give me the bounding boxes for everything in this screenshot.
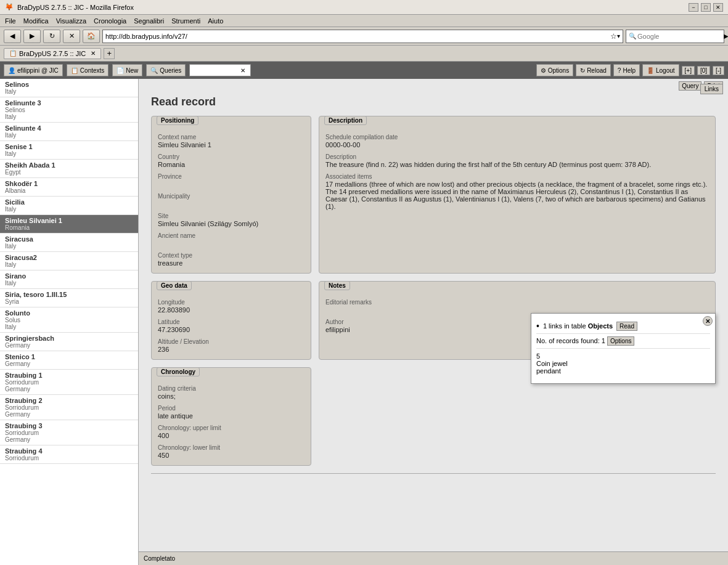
options-icon: ⚙ bbox=[541, 67, 546, 74]
content-divider bbox=[151, 473, 716, 474]
app-tab-label: BraDypUS 2.7.5 :: JIC bbox=[19, 50, 86, 57]
stop-button[interactable]: ✕ bbox=[63, 30, 80, 43]
content-topbar: Query Print bbox=[139, 79, 728, 93]
url-input[interactable] bbox=[105, 33, 610, 40]
description-title: Description bbox=[324, 116, 367, 125]
maximize-button[interactable]: □ bbox=[701, 3, 711, 12]
browser-titlebar: 🦊 BraDypUS 2.7.5 :: JIC - Mozilla Firefo… bbox=[0, 0, 728, 15]
queries-icon: 🔍 bbox=[150, 67, 158, 74]
forward-button[interactable]: ▶ bbox=[23, 30, 41, 43]
upper-limit-label: Chronology: upper limit bbox=[158, 425, 305, 431]
sidebar-item[interactable]: Siria, tesoro 1.III.15 Syria bbox=[0, 289, 138, 307]
contexts-button[interactable]: 📋 Contexts bbox=[67, 64, 108, 76]
description-value: The treasure (find n. 22) was hidden dur… bbox=[325, 161, 709, 168]
back-button[interactable]: ◀ bbox=[4, 30, 21, 43]
options-label: Options bbox=[548, 67, 569, 74]
nav-arrow[interactable]: [-] bbox=[713, 66, 724, 75]
sidebar-item[interactable]: Springiersbach Germany bbox=[0, 333, 138, 351]
sidebar-item[interactable]: Solunto SolusItaly bbox=[0, 307, 138, 333]
app-tab[interactable]: 📋 BraDypUS 2.7.5 :: JIC ✕ bbox=[4, 48, 101, 59]
longitude-label: Longitude bbox=[158, 299, 305, 306]
links-button[interactable]: Links bbox=[700, 84, 723, 94]
sidebar-item[interactable]: Straubing 3 SorriodurumGermany bbox=[0, 420, 138, 445]
search-input[interactable] bbox=[637, 33, 722, 40]
app-tabbar: 📋 BraDypUS 2.7.5 :: JIC ✕ + bbox=[0, 46, 728, 62]
sidebar-item[interactable]: Stenico 1 Germany bbox=[0, 351, 138, 370]
menu-visualizza[interactable]: Visualizza bbox=[56, 17, 86, 25]
country-label: Country bbox=[158, 153, 305, 160]
sidebar-item[interactable]: Shkodër 1 Albania bbox=[0, 178, 138, 197]
home-button[interactable]: 🏠 bbox=[83, 30, 100, 43]
sidebar: Selinos Italy Selinunte 3 SelinosItaly S… bbox=[0, 79, 139, 565]
altitude-label: Altitude / Elevation bbox=[158, 338, 305, 345]
search-bar[interactable]: 🔍 ▶ bbox=[626, 30, 724, 43]
sidebar-item[interactable]: Sirano Italy bbox=[0, 270, 138, 289]
province-value bbox=[158, 181, 305, 188]
queries-button[interactable]: 🔍 Queries bbox=[146, 64, 186, 76]
ancient-name-label: Ancient name bbox=[158, 232, 305, 239]
popup-found: No. of records found: 1 Options bbox=[536, 334, 710, 349]
sidebar-item[interactable]: Straubing 1 SorriodurumGermany bbox=[0, 370, 138, 395]
search-engine-icon: 🔍 bbox=[629, 33, 636, 39]
query-button[interactable]: Query bbox=[679, 81, 701, 91]
context-type-label: Context type bbox=[158, 252, 305, 259]
menu-strumenti[interactable]: Strumenti bbox=[171, 17, 200, 25]
description-label: Description bbox=[325, 153, 709, 160]
user-button[interactable]: 👤 efilippini @ JIC bbox=[4, 64, 63, 76]
new-button[interactable]: 📄 New bbox=[112, 64, 142, 76]
period-label: Period bbox=[158, 405, 305, 412]
options-button[interactable]: ⚙ Options bbox=[536, 64, 573, 76]
nav-bracket-right[interactable]: [0] bbox=[697, 66, 710, 75]
close-button[interactable]: ✕ bbox=[713, 3, 723, 12]
new-tab-button[interactable]: + bbox=[104, 48, 115, 59]
sections-top: Positioning Context name Simleu Silvanie… bbox=[151, 116, 716, 274]
sidebar-item[interactable]: Straubing 4 Sorriodurum bbox=[0, 445, 138, 464]
queries-label: Queries bbox=[160, 67, 181, 74]
upper-limit-value: 400 bbox=[158, 432, 305, 439]
sidebar-item[interactable]: Sicilia Italy bbox=[0, 197, 138, 215]
sidebar-item[interactable]: Selinos Italy bbox=[0, 79, 138, 97]
province-label: Province bbox=[158, 173, 305, 180]
search-submit-icon[interactable]: ▶ bbox=[724, 33, 728, 39]
minimize-button[interactable]: − bbox=[689, 3, 698, 12]
sidebar-item[interactable]: Senise 1 Italy bbox=[0, 141, 138, 160]
help-button[interactable]: ? Help bbox=[613, 64, 640, 76]
site-value: Simleu Silvaniei (Szilágy Somlyó) bbox=[158, 220, 305, 227]
dating-criteria-label: Dating criteria bbox=[158, 385, 305, 392]
popup-record-subtype: pendant bbox=[536, 367, 710, 375]
sidebar-item-active[interactable]: Simleu Silvaniei 1 Romania bbox=[0, 215, 138, 234]
sidebar-item[interactable]: Straubing 2 SorriodurumGermany bbox=[0, 395, 138, 420]
sidebar-item[interactable]: Selinunte 3 SelinosItaly bbox=[0, 97, 138, 123]
sidebar-item[interactable]: Selinunte 4 Italy bbox=[0, 123, 138, 141]
municipality-value bbox=[158, 200, 305, 208]
sidebar-item[interactable]: Siracusa Italy bbox=[0, 234, 138, 252]
menu-segnalibri[interactable]: Segnalibri bbox=[134, 17, 164, 25]
app-search-clear-icon[interactable]: ✕ bbox=[239, 67, 247, 74]
help-label: Help bbox=[623, 67, 636, 74]
app-tab-icon: 📋 bbox=[9, 50, 17, 57]
star-icon[interactable]: ☆ bbox=[610, 32, 617, 41]
nav-bracket-left[interactable]: [+] bbox=[682, 66, 695, 75]
menu-modifica[interactable]: Modifica bbox=[23, 17, 49, 25]
sidebar-item[interactable]: Siracusa2 Italy bbox=[0, 252, 138, 270]
reload-button[interactable]: ↻ bbox=[43, 30, 60, 43]
reload-icon: ↻ bbox=[580, 67, 585, 74]
dropdown-icon[interactable]: ▾ bbox=[617, 33, 620, 39]
menu-cronologia[interactable]: Cronologia bbox=[94, 17, 126, 25]
logout-button[interactable]: 🚪 Logout bbox=[642, 64, 679, 76]
reload-app-button[interactable]: ↻ Reload bbox=[576, 64, 611, 76]
popup-options-button[interactable]: Options bbox=[607, 336, 634, 346]
browser-menubar: File Modifica Visualizza Cronologia Segn… bbox=[0, 15, 728, 27]
app-search-box[interactable]: ✕ bbox=[189, 64, 251, 76]
app-tab-close-icon[interactable]: ✕ bbox=[91, 50, 96, 57]
menu-aiuto[interactable]: Aiuto bbox=[208, 17, 223, 25]
app-search-input[interactable] bbox=[190, 67, 239, 74]
menu-file[interactable]: File bbox=[5, 17, 16, 25]
dating-criteria-value: coins; bbox=[158, 392, 305, 400]
browser-toolbar: ◀ ▶ ↻ ✕ 🏠 ☆ ▾ 🔍 ▶ bbox=[0, 27, 728, 46]
sidebar-item[interactable]: Sheikh Abada 1 Egypt bbox=[0, 160, 138, 178]
popup-close-button[interactable]: ✕ bbox=[703, 316, 713, 326]
popup-read-button[interactable]: Read bbox=[616, 322, 637, 331]
url-bar[interactable]: ☆ ▾ bbox=[102, 30, 623, 43]
popup-links-count: 1 links in table Objects bbox=[543, 322, 613, 330]
